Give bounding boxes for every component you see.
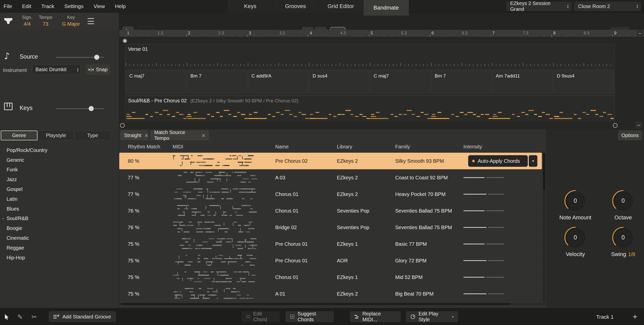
table-row-a-03-1[interactable]: 77 %A 03EZkeys 2Coast to Coast 92 BPM [119, 169, 542, 186]
playhead-marker[interactable] [123, 39, 127, 43]
browser-tab-type[interactable]: Type [74, 131, 111, 140]
room-select[interactable]: Close Room 2 ▴▾ [574, 2, 641, 11]
zoom-out-button[interactable]: − [637, 30, 643, 36]
options-button[interactable]: Options [618, 131, 642, 140]
knob-note-amount[interactable]: 0Note Amount [559, 189, 592, 221]
intensity-slider[interactable] [463, 277, 504, 278]
intensity-slider[interactable] [463, 227, 504, 228]
table-row-a-01-8[interactable]: 75 %A 01EZkeys 2Big Beat 70 BPM [119, 286, 542, 302]
knob-velocity[interactable]: 0Velocity [559, 226, 592, 258]
horizontal-scrollbar-thumb[interactable] [121, 303, 510, 305]
keys-volume-knob[interactable] [89, 106, 94, 111]
tab-grid-editor[interactable]: Grid Editor [318, 0, 364, 13]
genre-item-latin[interactable]: Latin [0, 194, 119, 204]
intensity-slider[interactable] [463, 211, 504, 211]
genre-item-cinematic[interactable]: Cinematic [0, 233, 119, 243]
add-standard-groove-button[interactable]: Add Standard Groove [49, 311, 116, 322]
menu-item-settings[interactable]: Settings [64, 3, 84, 9]
chord-block-c-maj7[interactable]: C maj7 [370, 70, 430, 93]
edit-play-style-button[interactable]: Edit Play Style ▾ [406, 311, 458, 322]
chip-close-icon[interactable]: × [202, 133, 206, 138]
instrument-select[interactable]: Basic Drumkit ▴▾ [32, 64, 81, 75]
midi-fx-panel: Options 0Note Amount0Octave0Velocity0Swi… [546, 129, 644, 308]
edit-chord-button[interactable]: Edit Chord [242, 311, 280, 322]
tempo[interactable]: Tempo 73 [37, 15, 54, 27]
replace-midi-button[interactable]: Replace MIDI... [350, 311, 401, 322]
genre-item-generic[interactable]: Generic [0, 155, 119, 165]
genre-item-gospel[interactable]: Gospel [0, 184, 119, 194]
genre-item-jazz[interactable]: Jazz [0, 175, 119, 184]
pointer-tool[interactable] [1, 311, 12, 322]
cell-library: EZkeys 2 [337, 158, 358, 164]
tab-bandmate[interactable]: Bandmate [364, 0, 409, 16]
intensity-slider[interactable] [463, 260, 504, 261]
genre-item-boogie[interactable]: Boogie [0, 223, 119, 233]
intensity-slider[interactable] [463, 244, 504, 245]
chord-block-bm-7[interactable]: Bm 7 [431, 70, 492, 93]
chord-block-d-9sus4[interactable]: D 9sus4 [553, 70, 614, 93]
table-row-pre-chorus-02-0[interactable]: 80 %Pre Chorus 02EZkeys 2Silky Smooth 93… [119, 153, 542, 169]
genre-item-hip-hop[interactable]: Hip-Hop [0, 253, 119, 263]
time-signature[interactable]: Sign. 4/4 [20, 15, 35, 27]
browser-tab-playstyle[interactable]: Playstyle [38, 131, 74, 140]
table-row-bridge-02-4[interactable]: 76 %Bridge 02Seventies PopSeventies Ball… [119, 219, 542, 236]
chord-block-c-add9-a[interactable]: C add9/A [248, 70, 308, 93]
genre-item-blues[interactable]: Blues [0, 204, 119, 214]
source-volume-knob[interactable] [94, 55, 99, 60]
chord-block-d-sus4[interactable]: D sus4 [309, 70, 369, 93]
prechorus-track-block[interactable]: Soul/R&B - Pre Chorus 02(EZkeys 2 / Silk… [125, 96, 615, 121]
tab-keys[interactable]: Keys [228, 0, 273, 13]
chord-block-am-7add11[interactable]: Am 7add11 [492, 70, 553, 93]
chord-block-bm-7[interactable]: Bm 7 [187, 70, 247, 93]
genre-item-pop-rock-country[interactable]: Pop/Rock/Country [0, 145, 119, 155]
timeline-ruler[interactable]: 11.322.333.344.355.366.377.388.399.3 − [119, 30, 644, 37]
song-menu-button[interactable] [88, 18, 94, 24]
menu-item-edit[interactable]: Edit [22, 3, 31, 9]
draw-tool[interactable]: ✎ [15, 311, 26, 322]
knob-dial[interactable]: 0 [612, 226, 635, 249]
snap-button[interactable]: Snap [86, 64, 110, 75]
knob-octave[interactable]: 0Octave [607, 189, 640, 221]
genre-item-soul-r-b[interactable]: -Soul/R&B [0, 214, 119, 224]
verse-track-block[interactable]: Verse 01 C maj7Bm 7C add9/AD sus4C maj7B… [125, 44, 615, 95]
song-key[interactable]: Key G Major [58, 15, 84, 27]
table-row-chorus-01-3[interactable]: 76 %Chorus 01Seventies PopSeventies Ball… [119, 202, 542, 219]
intensity-slider[interactable] [463, 177, 504, 178]
vertical-scrollbar-thumb[interactable] [543, 153, 545, 190]
table-row-chorus-01-2[interactable]: 77 %Chorus 01EZkeys 2Heavy Pocket 70 BPM [119, 186, 542, 202]
knob-swing[interactable]: 0Swing1/8 [607, 226, 640, 258]
table-row-pre-chorus-01-5[interactable]: 75 %Pre Chorus 01EZkeys 1Basic 77 BPM [119, 236, 542, 252]
filter-chip-straight[interactable]: Straight× [120, 131, 148, 140]
suggest-chords-button[interactable]: Suggest Chords [286, 311, 334, 322]
genre-item-funk[interactable]: Funk [0, 165, 119, 175]
auto-apply-chords-button[interactable]: Auto-Apply Chords [468, 155, 528, 167]
preset-select[interactable]: EZkeys 2 Session Grand ▴▾ [506, 2, 571, 11]
table-row-chorus-01-7[interactable]: 75 %Chorus 01EZkeys 1Mid 52 BPM [119, 269, 542, 286]
browser-tab-genre[interactable]: Genre [1, 131, 37, 140]
auto-apply-chevron-button[interactable]: ▾ [529, 155, 537, 167]
table-row-pre-chorus-01-6[interactable]: 75 %Pre Chorus 01AORGlory 72 BPM [119, 252, 542, 269]
loop-end-handle[interactable] [613, 123, 618, 128]
ruler-bar-number: 9 [614, 31, 616, 36]
filter-chip-match-source-tempo[interactable]: Match Source Tempo× [150, 131, 209, 140]
menu-item-file[interactable]: File [4, 3, 12, 9]
menu-item-view[interactable]: View [94, 3, 105, 9]
tab-grooves[interactable]: Grooves [273, 0, 318, 13]
chip-close-icon[interactable]: × [144, 133, 148, 138]
zoom-out-horizontal-button[interactable]: − [635, 122, 642, 128]
cut-tool[interactable]: ✂ [29, 311, 40, 322]
vertical-scrollbar[interactable] [543, 153, 545, 302]
knob-dial[interactable]: 0 [612, 189, 635, 213]
add-track-button[interactable]: + [629, 308, 640, 325]
menu-item-help[interactable]: Help [115, 3, 126, 9]
intensity-slider[interactable] [463, 294, 504, 294]
horizontal-scrollbar[interactable] [120, 303, 545, 305]
loop-start-handle[interactable] [120, 123, 125, 128]
genre-item-reggae[interactable]: Reggae [0, 243, 119, 253]
keys-volume-slider[interactable] [56, 108, 104, 109]
menu-item-track[interactable]: Track [41, 3, 54, 9]
knob-dial[interactable]: 0 [564, 189, 587, 213]
intensity-slider[interactable] [463, 194, 504, 195]
chord-block-c-maj7[interactable]: C maj7 [126, 70, 186, 93]
knob-dial[interactable]: 0 [564, 226, 587, 249]
